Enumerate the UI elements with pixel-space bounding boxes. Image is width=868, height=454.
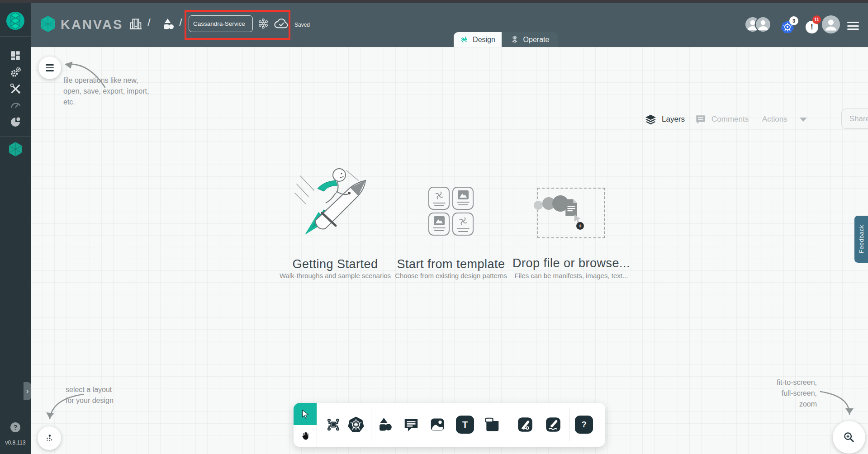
- comment-tool[interactable]: [402, 415, 421, 434]
- dashboard-icon: [9, 50, 21, 61]
- comments-button[interactable]: Comments: [695, 110, 749, 128]
- layout-select-button[interactable]: [38, 426, 61, 450]
- layout-graph-icon: [44, 433, 54, 443]
- operate-agent-icon: [510, 35, 519, 44]
- feedback-tab[interactable]: Feedback: [854, 216, 868, 263]
- group-tool[interactable]: [483, 415, 502, 434]
- sidebar-item-configuration[interactable]: [0, 83, 31, 95]
- pen-tool[interactable]: [516, 415, 535, 434]
- template-tile-design: [428, 187, 450, 210]
- drop-file-subtitle: Files can be manifests, images, text...: [494, 272, 648, 279]
- start-from-template-title: Start from template: [383, 257, 519, 271]
- sidebar-expand-button[interactable]: ›: [24, 382, 31, 400]
- kubernetes-context-button[interactable]: 3: [780, 16, 801, 36]
- sidebar-item-dashboard[interactable]: [0, 50, 31, 61]
- top-header: KANVAS / /: [31, 3, 868, 47]
- layers-label: Layers: [662, 115, 685, 124]
- template-tile-design-2: [452, 213, 474, 236]
- toolbar-divider-1: [371, 408, 371, 441]
- layers-button[interactable]: Layers: [645, 110, 685, 128]
- design-spiral-icon: [460, 35, 469, 44]
- drop-zone[interactable]: +: [537, 188, 605, 238]
- feedback-label: Feedback: [858, 225, 865, 253]
- sidebar-item-extensions[interactable]: [0, 116, 31, 128]
- rocket-doodle: [292, 162, 378, 241]
- sidebar-separator: [0, 36, 31, 37]
- drop-file-card[interactable]: + Drop file or browse... Files can be ma…: [501, 162, 637, 275]
- freehand-tool[interactable]: [544, 415, 563, 434]
- group-icon: [484, 416, 501, 433]
- image-tool[interactable]: [428, 415, 447, 434]
- tab-operate-label: Operate: [523, 36, 550, 44]
- tab-operate[interactable]: Operate: [502, 32, 558, 47]
- extensions-pie-icon: [9, 116, 22, 128]
- organization-icon[interactable]: [128, 16, 143, 32]
- sidebar-help-button[interactable]: ?: [10, 422, 20, 432]
- pointer-tools: [294, 403, 317, 447]
- actions-label: Actions: [762, 115, 787, 124]
- collaborator-avatar-2[interactable]: [755, 16, 771, 33]
- comments-label: Comments: [711, 115, 749, 124]
- shapes-icon: [376, 416, 394, 433]
- actions-dropdown[interactable]: Actions: [762, 110, 807, 128]
- header-menu-button[interactable]: [847, 22, 859, 30]
- sidebar-item-lifecycle[interactable]: [0, 66, 31, 78]
- toolbar-divider-2: [510, 408, 510, 441]
- sidebar-item-kanvas[interactable]: [7, 141, 24, 157]
- help-tool-tile: ?: [575, 416, 593, 434]
- notifications-count-badge: 11: [812, 15, 821, 24]
- breadcrumb-separator-2: /: [179, 16, 182, 29]
- bottom-toolbar: T: [294, 403, 605, 447]
- drop-cursor-icon: [574, 214, 582, 223]
- share-label: Share: [849, 114, 868, 123]
- share-button[interactable]: Share: [841, 109, 868, 129]
- tab-design[interactable]: Design: [454, 32, 502, 47]
- file-operations-menu-button[interactable]: [38, 57, 61, 79]
- help-tool-glyph: ?: [581, 420, 587, 430]
- template-tile-image: [452, 187, 474, 210]
- drop-file-title: Drop file or browse...: [503, 256, 639, 270]
- image-icon: [429, 416, 446, 433]
- menu-icon: [46, 64, 54, 71]
- text-tool[interactable]: T: [455, 415, 474, 434]
- profile-avatar[interactable]: [822, 15, 840, 33]
- text-tool-tile: T: [456, 416, 474, 434]
- kubernetes-tool[interactable]: [346, 415, 365, 434]
- mesh-sync-icon[interactable]: [257, 17, 270, 30]
- zoom-annotation: fit-to-screen, full-screen, zoom: [750, 377, 817, 410]
- sidebar-divider: [0, 137, 31, 137]
- freehand-pencil-icon: [544, 416, 562, 434]
- drop-plus-badge: +: [576, 222, 584, 230]
- components-icon: [325, 416, 342, 433]
- kanvas-logo-icon[interactable]: [40, 15, 56, 33]
- cursor-icon: [300, 409, 310, 419]
- design-name-input[interactable]: [189, 15, 253, 32]
- design-canvas[interactable]: file operations like new, open, save, ex…: [31, 47, 868, 454]
- kubernetes-count-badge: 3: [789, 16, 798, 25]
- gauge-icon: [9, 99, 22, 111]
- saved-status: Saved: [294, 22, 310, 28]
- components-tool[interactable]: [324, 415, 343, 434]
- layout-annotation: select a layout for your design: [66, 384, 114, 406]
- meshery-logo-icon[interactable]: [5, 11, 25, 31]
- zoom-in-icon: [843, 431, 855, 444]
- cloud-saved-icon[interactable]: [274, 17, 289, 30]
- layers-icon: [645, 114, 657, 126]
- text-tool-glyph: T: [462, 420, 468, 430]
- kanvas-logo-text: KANVAS: [61, 17, 123, 32]
- hamburger-icon: [847, 22, 859, 23]
- chevron-down-icon: [800, 118, 807, 122]
- pen-icon: [516, 416, 534, 434]
- start-from-template-card[interactable]: Start from template Choose from existing…: [382, 162, 518, 275]
- pan-tool[interactable]: [294, 425, 317, 447]
- shapes-tool[interactable]: [375, 415, 394, 434]
- help-tool[interactable]: ?: [574, 415, 593, 434]
- zoom-arrow: [818, 385, 859, 422]
- sidebar-item-performance[interactable]: [0, 99, 31, 111]
- select-tool[interactable]: [294, 403, 317, 425]
- toolbar-divider-3: [569, 408, 569, 441]
- tools-icon: [9, 83, 22, 95]
- workspace-shapes-icon[interactable]: [161, 16, 175, 32]
- zoom-controls-button[interactable]: [833, 421, 865, 454]
- comments-icon: [695, 114, 707, 125]
